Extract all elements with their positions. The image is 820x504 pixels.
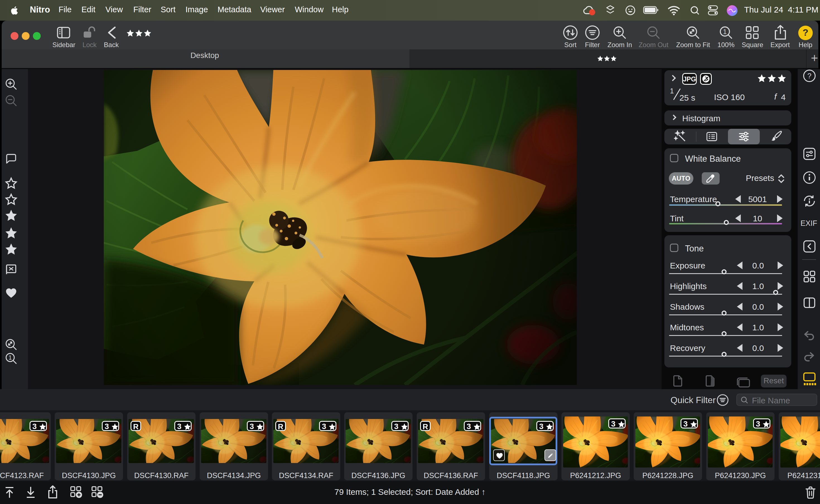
svg-text:1: 1 xyxy=(723,28,727,35)
svg-text:1: 1 xyxy=(9,354,12,361)
svg-text:?: ? xyxy=(807,72,811,80)
